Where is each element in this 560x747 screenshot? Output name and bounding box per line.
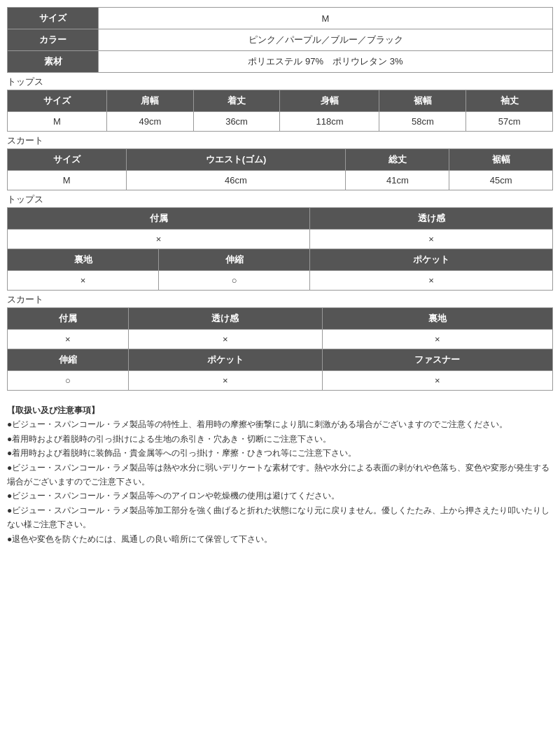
notes-bullet: ●ビジュー・スパンコール・ラメ製品等は熱や水分に弱いデリケートな素材です。熱や水… xyxy=(7,461,553,489)
notes-bullet: ●退色や変色を防ぐためには、風通しの良い暗所にて保管して下さい。 xyxy=(7,532,553,546)
skirt-header: 総丈 xyxy=(346,149,449,171)
skirt-cell: M xyxy=(8,171,127,190)
tops-cell: M xyxy=(8,112,107,132)
tops-cell: 118cm xyxy=(280,112,379,132)
skirt-feature-header: ファスナー xyxy=(322,349,552,371)
skirt-feature-label: スカート xyxy=(7,293,553,306)
notes-section: 【取扱い及び注意事項】 ●ビジュー・スパンコール・ラメ製品等の特性上、着用時の摩… xyxy=(7,403,553,546)
tops-feature-value-row2: ×○× xyxy=(8,271,553,291)
skirt-header: 裾幅 xyxy=(449,149,553,171)
skirt-feature-table: 付属透け感裏地×××伸縮ポケットファスナー○×× xyxy=(7,307,553,391)
skirt-feature-header: 透け感 xyxy=(128,308,322,330)
tops-header: 裾幅 xyxy=(379,90,466,112)
info-row: カラーピンク／パープル／ブルー／ブラック xyxy=(8,29,553,51)
notes-bullet: ●着用時および着脱時の引っ掛けによる生地の糸引き・穴あき・切断にご注意下さい。 xyxy=(7,432,553,446)
notes-bullet: ●ビジュー・スパンコール・ラメ製品等加工部分を強く曲げると折れた状態になり元に戻… xyxy=(7,503,553,532)
tops-feature-value: × xyxy=(8,271,159,291)
skirt-feature-value: ○ xyxy=(8,371,129,391)
notes-bullet: ●ビジュー・スパンコール・ラメ製品等へのアイロンや乾燥機の使用は避けてください。 xyxy=(7,489,553,503)
info-value: ポリエステル 97% ポリウレタン 3% xyxy=(99,51,553,73)
tops-header: 身幅 xyxy=(280,90,379,112)
skirt-feature-header: 裏地 xyxy=(322,308,552,330)
tops-feature-header: 透け感 xyxy=(310,208,553,230)
tops-feature-label: トップス xyxy=(7,193,553,206)
tops-feature-value: × xyxy=(310,271,553,291)
skirt-feature-value: × xyxy=(322,330,552,349)
tops-feature-header-row1: 付属透け感 xyxy=(8,208,553,230)
skirt-feature-header-row2: 伸縮ポケットファスナー xyxy=(8,349,553,371)
skirt-feature-value: × xyxy=(128,330,322,349)
skirt-feature-value: × xyxy=(8,330,129,349)
info-label: サイズ xyxy=(8,8,99,29)
skirt-cell: 45cm xyxy=(449,171,553,190)
tops-feature-value: × xyxy=(8,230,310,249)
tops-cell: 58cm xyxy=(379,112,466,132)
tops-feature-header: ポケット xyxy=(310,249,553,271)
skirt-feature-header: 付属 xyxy=(8,308,129,330)
skirt-feature-value-row1: ××× xyxy=(8,330,553,349)
tops-feature-value: ○ xyxy=(159,271,310,291)
skirt-cell: 46cm xyxy=(126,171,346,190)
tops-feature-value-row1: ×× xyxy=(8,230,553,249)
tops-feature-header-row2: 裏地伸縮ポケット xyxy=(8,249,553,271)
tops-row: M49cm36cm118cm58cm57cm xyxy=(8,112,553,132)
info-row: サイズM xyxy=(8,8,553,29)
skirt-feature-header: 伸縮 xyxy=(8,349,129,371)
skirt-feature-value-row2: ○×× xyxy=(8,371,553,391)
skirt-header: サイズ xyxy=(8,149,127,171)
tops-cell: 36cm xyxy=(193,112,280,132)
info-value: ピンク／パープル／ブルー／ブラック xyxy=(99,29,553,51)
skirt-section-label: スカート xyxy=(7,134,553,147)
notes-bullet: ●ビジュー・スパンコール・ラメ製品等の特性上、着用時の摩擦や衝撃により肌に刺激が… xyxy=(7,417,553,431)
skirt-feature-value: × xyxy=(128,371,322,391)
skirt-row: M46cm41cm45cm xyxy=(8,171,553,190)
info-value: M xyxy=(99,8,553,29)
skirt-feature-header-row1: 付属透け感裏地 xyxy=(8,308,553,330)
tops-cell: 49cm xyxy=(106,112,193,132)
tops-feature-header: 付属 xyxy=(8,208,310,230)
info-label: カラー xyxy=(8,29,99,51)
info-table: サイズMカラーピンク／パープル／ブルー／ブラック素材ポリエステル 97% ポリウ… xyxy=(7,7,553,73)
tops-section-label: トップス xyxy=(7,76,553,88)
tops-feature-table: 付属透け感××裏地伸縮ポケット×○× xyxy=(7,207,553,291)
tops-header: サイズ xyxy=(8,90,107,112)
tops-measure-table: サイズ肩幅着丈身幅裾幅袖丈 M49cm36cm118cm58cm57cm xyxy=(7,90,553,132)
tops-feature-value: × xyxy=(310,230,553,249)
skirt-feature-value: × xyxy=(322,371,552,391)
skirt-header: ウエスト(ゴム) xyxy=(126,149,346,171)
info-label: 素材 xyxy=(8,51,99,73)
notes-title: 【取扱い及び注意事項】 xyxy=(7,405,99,415)
tops-cell: 57cm xyxy=(466,112,553,132)
tops-header: 袖丈 xyxy=(466,90,553,112)
skirt-feature-header: ポケット xyxy=(128,349,322,371)
skirt-cell: 41cm xyxy=(346,171,449,190)
info-row: 素材ポリエステル 97% ポリウレタン 3% xyxy=(8,51,553,73)
tops-header: 着丈 xyxy=(193,90,280,112)
notes-bullet: ●着用時および着脱時に装飾品・貴金属等への引っ掛け・摩擦・ひきつれ等にご注意下さ… xyxy=(7,446,553,460)
tops-feature-header: 伸縮 xyxy=(159,249,310,271)
tops-feature-header: 裏地 xyxy=(8,249,159,271)
tops-header: 肩幅 xyxy=(106,90,193,112)
skirt-measure-table: サイズウエスト(ゴム)総丈裾幅 M46cm41cm45cm xyxy=(7,148,553,190)
